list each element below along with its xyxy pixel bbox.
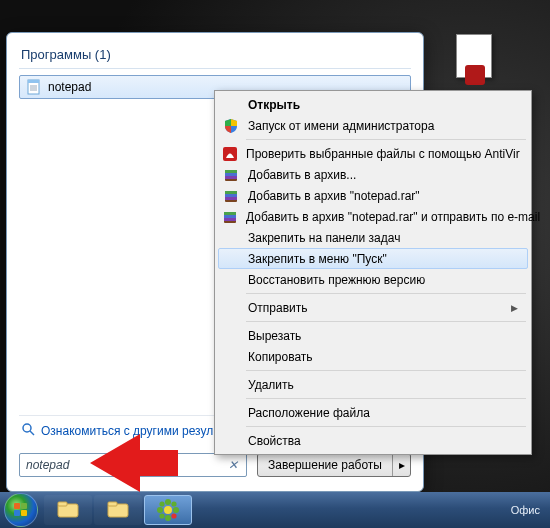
svg-rect-11	[225, 176, 237, 179]
svg-point-38	[171, 513, 176, 518]
context-menu-item-label: Вырезать	[248, 329, 518, 343]
svg-rect-1	[28, 80, 39, 83]
context-menu-item-label: Запуск от имени администратора	[248, 119, 518, 133]
svg-rect-18	[224, 215, 236, 218]
shutdown-button[interactable]: Завершение работы ▸	[257, 453, 411, 477]
context-menu-item-label: Расположение файла	[248, 406, 518, 420]
search-icon	[21, 422, 35, 439]
context-menu-item-3[interactable]: Проверить выбранные файлы с помощью Anti…	[218, 143, 528, 164]
context-menu-item-label: Открыть	[248, 98, 518, 112]
rar-icon	[222, 209, 238, 225]
blank-icon	[222, 97, 240, 113]
context-menu-item-label: Добавить в архив "notepad.rar" и отправи…	[246, 210, 540, 224]
svg-rect-23	[21, 503, 27, 509]
context-menu-separator	[246, 139, 526, 140]
context-menu-item-label: Свойства	[248, 434, 518, 448]
submenu-arrow-icon: ▶	[511, 303, 518, 313]
svg-rect-14	[225, 194, 237, 197]
shutdown-label: Завершение работы	[258, 454, 392, 476]
blank-icon	[222, 300, 240, 316]
svg-point-36	[171, 501, 176, 506]
shield-icon	[222, 118, 240, 134]
taskbar-explorer[interactable]	[44, 495, 92, 525]
blank-icon	[222, 377, 240, 393]
context-menu-item-label: Удалить	[248, 378, 518, 392]
context-menu-separator	[246, 293, 526, 294]
context-menu-item-5[interactable]: Добавить в архив "notepad.rar"	[218, 185, 528, 206]
context-menu-item-6[interactable]: Добавить в архив "notepad.rar" и отправи…	[218, 206, 528, 227]
blank-icon	[222, 433, 240, 449]
context-menu-item-14[interactable]: Копировать	[218, 346, 528, 367]
context-menu-item-label: Закрепить на панели задач	[248, 231, 518, 245]
context-menu-item-4[interactable]: Добавить в архив...	[218, 164, 528, 185]
taskbar: Офис	[0, 492, 550, 528]
start-bottom-row: ✕ Завершение работы ▸	[19, 453, 411, 477]
context-menu-item-13[interactable]: Вырезать	[218, 325, 528, 346]
svg-rect-25	[21, 510, 27, 516]
svg-rect-29	[108, 502, 117, 506]
svg-rect-27	[58, 502, 67, 506]
blank-icon	[222, 251, 240, 267]
svg-rect-15	[225, 197, 237, 200]
context-menu-separator	[246, 426, 526, 427]
rar-icon	[222, 188, 240, 204]
blank-icon	[222, 405, 240, 421]
context-menu: ОткрытьЗапуск от имени администратораПро…	[214, 90, 532, 455]
svg-point-35	[159, 501, 164, 506]
taskbar-icq[interactable]	[144, 495, 192, 525]
start-search-box[interactable]: ✕	[19, 453, 247, 477]
svg-line-6	[30, 431, 34, 435]
tray-label[interactable]: Офис	[511, 504, 546, 516]
svg-point-30	[164, 506, 172, 514]
context-menu-item-18[interactable]: Расположение файла	[218, 402, 528, 423]
svg-rect-13	[225, 191, 237, 194]
svg-point-5	[23, 424, 31, 432]
svg-rect-19	[224, 218, 236, 221]
context-menu-item-label: Отправить	[248, 301, 503, 315]
clear-search-icon[interactable]: ✕	[226, 458, 240, 472]
svg-rect-22	[14, 503, 20, 509]
start-button[interactable]	[4, 493, 38, 527]
svg-point-31	[165, 499, 171, 505]
context-menu-separator	[246, 370, 526, 371]
rar-icon	[222, 167, 240, 183]
search-input[interactable]	[26, 458, 226, 472]
context-menu-item-0[interactable]: Открыть	[218, 94, 528, 115]
notepad-icon	[26, 79, 42, 95]
context-menu-item-label: Восстановить прежнюю версию	[248, 273, 518, 287]
svg-point-33	[157, 507, 163, 513]
context-menu-item-11[interactable]: Отправить▶	[218, 297, 528, 318]
context-menu-item-8[interactable]: Закрепить в меню "Пуск"	[218, 248, 528, 269]
desktop-pdf-icon[interactable]	[456, 34, 492, 78]
context-menu-separator	[246, 398, 526, 399]
svg-point-37	[159, 513, 164, 518]
context-menu-item-label: Проверить выбранные файлы с помощью Anti…	[246, 147, 520, 161]
search-result-label: notepad	[48, 80, 91, 94]
context-menu-item-label: Копировать	[248, 350, 518, 364]
blank-icon	[222, 230, 240, 246]
svg-rect-10	[225, 173, 237, 176]
context-menu-item-label: Добавить в архив...	[248, 168, 518, 182]
svg-point-32	[165, 515, 171, 521]
context-menu-item-7[interactable]: Закрепить на панели задач	[218, 227, 528, 248]
svg-rect-24	[14, 510, 20, 516]
svg-rect-9	[225, 170, 237, 173]
svg-point-34	[173, 507, 179, 513]
context-menu-item-16[interactable]: Удалить	[218, 374, 528, 395]
blank-icon	[222, 349, 240, 365]
context-menu-item-9[interactable]: Восстановить прежнюю версию	[218, 269, 528, 290]
shutdown-menu-arrow-icon[interactable]: ▸	[392, 454, 410, 476]
context-menu-item-label: Добавить в архив "notepad.rar"	[248, 189, 518, 203]
context-menu-item-label: Закрепить в меню "Пуск"	[248, 252, 518, 266]
antivir-icon	[222, 146, 238, 162]
context-menu-item-20[interactable]: Свойства	[218, 430, 528, 451]
svg-rect-17	[224, 212, 236, 215]
context-menu-separator	[246, 321, 526, 322]
blank-icon	[222, 328, 240, 344]
programs-section-header: Программы (1)	[19, 43, 411, 69]
context-menu-item-1[interactable]: Запуск от имени администратора	[218, 115, 528, 136]
taskbar-explorer-2[interactable]	[94, 495, 142, 525]
blank-icon	[222, 272, 240, 288]
